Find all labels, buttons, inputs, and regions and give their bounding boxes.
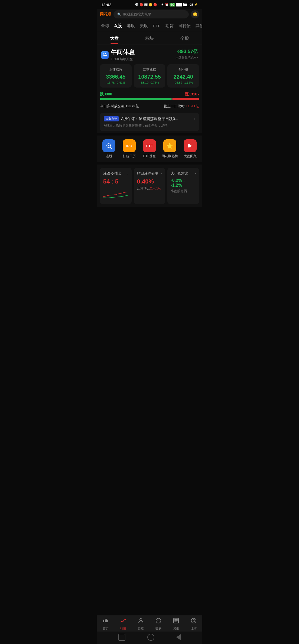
charge-icon: ⚡ — [194, 3, 198, 7]
ipo-icon: IPO — [123, 139, 136, 152]
review-icon — [184, 139, 197, 152]
stat-cap-sub: 小盘股更弱 — [171, 189, 196, 194]
market-status-left: 🌤 午间休息 13:00 继续开盘 — [101, 48, 135, 62]
apps-icon: 🔴 — [139, 3, 143, 7]
stat-card-cap[interactable]: 大小盘对比 › -0.2% : -1.2% 小盘股更弱 — [167, 168, 199, 204]
quick-actions-row: 选股 IPO 打新日历 ETF ETF基金 ⭐ 同花顺热榜 — [97, 139, 202, 159]
more-icon: ··· — [158, 3, 160, 6]
cy-index-value: 2242.40 — [170, 74, 196, 80]
battery-indicator — [183, 3, 189, 6]
status-bar: 12:02 💬 🔴 📰 🟡 🔴 ··· 👁 ⏰ 5G ▊▊▊ 23 ⚡ — [97, 0, 202, 9]
tab-etf[interactable]: ETF — [153, 23, 160, 29]
index-card-sh[interactable]: 上证指数 3366.45 -13.76 -0.41% — [100, 64, 132, 88]
sh-change-pct: -0.41% — [116, 81, 125, 84]
news-title: A股午评：沪指震荡调整半日跌0... — [121, 117, 192, 121]
review-label: 大盘回顾 — [184, 154, 197, 159]
status-time: 12:02 — [101, 2, 111, 7]
stat-perf-stock: 20.01% — [150, 186, 161, 190]
rise-arrow: › — [198, 92, 199, 96]
action-ipo[interactable]: IPO 打新日历 — [121, 139, 137, 159]
divider-1 — [97, 133, 202, 136]
sz-index-change: -83.10 -0.76% — [136, 81, 163, 84]
action-hot[interactable]: ⭐ 同花顺热榜 — [162, 139, 178, 159]
search-placeholder: 欧晟股份拟大笔平 — [123, 12, 151, 17]
news-card[interactable]: 大盘点评 A股午评：沪指震荡调整半日跌0... › A股三大指数早盘集体调整，截… — [100, 113, 199, 131]
rise-fall-section: 跌3980 涨1316 › — [97, 91, 202, 102]
rise-fall-bar — [100, 98, 199, 100]
tab-us[interactable]: 美股 — [140, 23, 148, 29]
tab-global[interactable]: 全球 — [101, 23, 109, 29]
index-card-sz[interactable]: 深证成指 10872.55 -83.10 -0.76% — [134, 64, 165, 88]
sz-change-pct: -0.76% — [150, 81, 159, 84]
subtab-stock[interactable]: 个股 — [167, 32, 202, 44]
volume-diff: +1611亿 — [186, 104, 199, 108]
net-flow-value: -893.57亿 — [176, 48, 198, 55]
action-select-stock[interactable]: 选股 — [101, 139, 117, 159]
stat-perf-arrow: › — [161, 172, 162, 175]
select-stock-icon — [102, 139, 115, 152]
fall-bar — [100, 98, 171, 100]
rise-bar — [173, 98, 199, 100]
flow-arrow: › — [197, 56, 198, 59]
battery-fill — [184, 4, 187, 6]
stat-ratio-chart — [103, 187, 128, 201]
cy-index-change: -25.82 -1.14% — [170, 81, 196, 84]
battery-pct: 23 — [190, 3, 193, 6]
select-stock-label: 选股 — [106, 154, 112, 159]
stat-card-ratio[interactable]: 涨跌停对比 › 54 : 5 — [100, 168, 132, 204]
signal-badge: 5G — [170, 3, 175, 7]
etf-icon: ETF — [143, 139, 156, 152]
sh-index-name: 上证指数 — [103, 67, 129, 72]
market-status-section: 🌤 午间休息 13:00 继续开盘 -893.57亿 大盘资金净流入 › — [97, 44, 202, 64]
tab-hk[interactable]: 港股 — [127, 23, 135, 29]
market-resume-time: 13:00 继续开盘 — [111, 57, 135, 62]
sz-index-value: 10872.55 — [136, 74, 163, 80]
stat-card-ratio-header: 涨跌停对比 › — [103, 171, 128, 176]
divider-2 — [97, 162, 202, 165]
hot-label: 同花顺热榜 — [162, 154, 178, 159]
tab-other[interactable]: 其他 — [196, 23, 202, 29]
action-etf[interactable]: ETF ETF基金 — [141, 139, 158, 159]
tab-bond[interactable]: 可转债 — [178, 23, 191, 29]
action-review[interactable]: 大盘回顾 — [182, 139, 198, 159]
volume-section: 今日实时成交额 13373亿 较上一日此时 +1611亿 — [97, 102, 202, 111]
extra-btn[interactable]: 😊 — [191, 10, 199, 18]
stat-card-cap-header: 大小盘对比 › — [171, 171, 196, 176]
stats-grid: 涨跌停对比 › 54 : 5 昨日涨停表现 › 0.40% — [97, 165, 202, 207]
tab-futures[interactable]: 期货 — [165, 23, 174, 29]
battery-tip — [190, 4, 190, 5]
rise-count-label[interactable]: 涨1316 › — [185, 92, 199, 97]
stat-ratio-title: 涨跌停对比 — [103, 171, 121, 176]
sub-tabs: 大盘 板块 个股 — [97, 32, 202, 44]
quick-actions: 选股 IPO 打新日历 ETF ETF基金 ⭐ 同花顺热榜 — [97, 136, 202, 162]
subtab-market[interactable]: 大盘 — [97, 32, 132, 44]
market-status-info: 午间休息 13:00 继续开盘 — [111, 48, 135, 62]
news-badge: 大盘点评 — [104, 116, 119, 121]
volume-label: 今日实时成交额 13373亿 — [100, 104, 139, 109]
sh-index-value: 3366.45 — [103, 74, 129, 80]
tab-a-stock[interactable]: A股 — [114, 22, 122, 30]
net-flow-label: 大盘资金净流入 › — [176, 55, 198, 59]
market-status-title: 午间休息 — [111, 48, 135, 56]
status-icons: 💬 🔴 📰 🟡 🔴 ··· 👁 ⏰ 5G ▊▊▊ 23 ⚡ — [135, 3, 198, 7]
sz-change-abs: -83.10 — [140, 81, 148, 84]
search-bar[interactable]: 🔍 欧晟股份拟大笔平 — [113, 10, 189, 18]
app4-icon: 🟡 — [149, 3, 152, 7]
app-logo: 同花顺 — [100, 12, 111, 17]
main-content: 🌤 午间休息 13:00 继续开盘 -893.57亿 大盘资金净流入 › 上证指… — [97, 44, 202, 207]
sz-index-name: 深证成指 — [136, 67, 163, 72]
news-arrow-icon: › — [194, 117, 195, 121]
stat-perf-title: 昨日涨停表现 — [137, 171, 158, 176]
stat-card-perf-header: 昨日涨停表现 › — [137, 171, 162, 176]
index-card-cy[interactable]: 创业板 2242.40 -25.82 -1.14% — [167, 64, 199, 88]
hot-icon: ⭐ — [163, 139, 176, 152]
subtab-sector[interactable]: 板块 — [132, 32, 167, 44]
svg-marker-4 — [189, 144, 192, 147]
net-flow-section[interactable]: -893.57亿 大盘资金净流入 › — [176, 48, 198, 59]
mid-bar — [171, 98, 173, 100]
stat-card-perf[interactable]: 昨日涨停表现 › 0.40% 江苏博云20.01% — [134, 168, 165, 204]
cy-change-pct: -1.14% — [183, 81, 193, 84]
svg-rect-5 — [188, 144, 189, 147]
stat-ratio-arrow: › — [127, 172, 128, 175]
etf-label: ETF基金 — [143, 154, 156, 159]
